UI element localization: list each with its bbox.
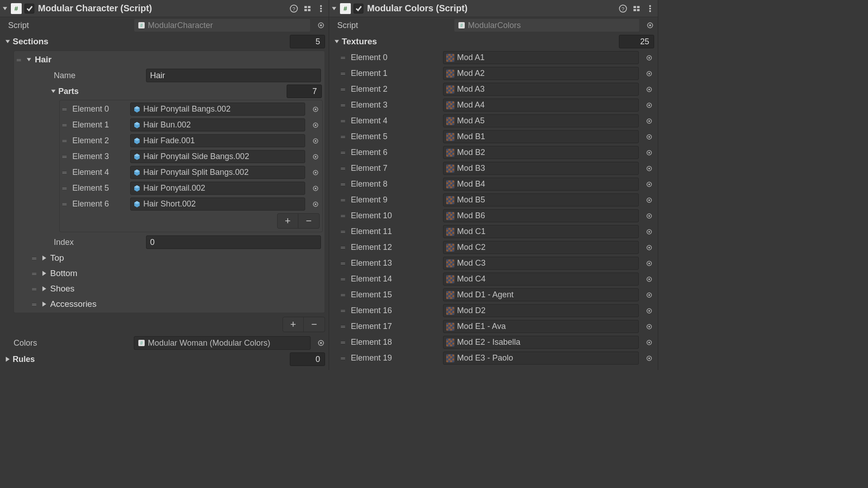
rules-count-field[interactable]: 0 bbox=[290, 352, 325, 366]
drag-handle-icon[interactable]: ═ bbox=[341, 117, 347, 124]
hair-foldout[interactable] bbox=[26, 56, 32, 63]
element-object-field[interactable]: Hair Ponytail.002 bbox=[130, 182, 305, 195]
section-foldout[interactable] bbox=[41, 255, 47, 261]
element-object-field[interactable]: Mod E2 - Isabella bbox=[443, 336, 639, 349]
object-picker-icon[interactable] bbox=[311, 153, 320, 161]
object-picker-icon[interactable] bbox=[317, 339, 325, 347]
element-object-field[interactable]: Mod A3 bbox=[443, 83, 639, 96]
hair-index-input[interactable]: 0 bbox=[146, 235, 321, 249]
object-picker-icon[interactable] bbox=[311, 169, 320, 177]
element-object-field[interactable]: Mod A2 bbox=[443, 67, 639, 80]
element-object-field[interactable]: Hair Ponytail Side Bangs.002 bbox=[130, 150, 305, 163]
element-object-field[interactable]: Mod B4 bbox=[443, 178, 639, 191]
sections-count-field[interactable]: 5 bbox=[290, 35, 325, 48]
parts-foldout[interactable] bbox=[50, 88, 57, 94]
drag-handle-icon[interactable]: ═ bbox=[341, 86, 347, 93]
object-picker-icon[interactable] bbox=[645, 149, 653, 157]
object-picker-icon[interactable] bbox=[645, 164, 653, 173]
element-object-field[interactable]: Mod C4 bbox=[443, 272, 639, 286]
drag-handle-icon[interactable]: ═ bbox=[62, 137, 69, 144]
element-object-field[interactable]: Mod B6 bbox=[443, 209, 639, 222]
object-picker-icon[interactable] bbox=[645, 196, 653, 204]
context-menu-icon[interactable] bbox=[317, 5, 325, 13]
drag-handle-icon[interactable]: ═ bbox=[341, 355, 347, 361]
context-menu-icon[interactable] bbox=[646, 5, 654, 13]
drag-handle-icon[interactable]: ═ bbox=[62, 169, 69, 176]
section-foldout[interactable] bbox=[41, 301, 47, 307]
drag-handle-icon[interactable]: ═ bbox=[341, 133, 347, 140]
help-icon[interactable]: ? bbox=[290, 5, 298, 13]
object-picker-icon[interactable] bbox=[645, 54, 653, 62]
drag-handle-icon[interactable]: ═ bbox=[62, 201, 69, 207]
object-picker-icon[interactable] bbox=[646, 21, 654, 29]
preset-icon[interactable] bbox=[632, 5, 641, 13]
object-picker-icon[interactable] bbox=[311, 137, 320, 145]
object-picker-icon[interactable] bbox=[645, 244, 653, 252]
object-picker-icon[interactable] bbox=[645, 228, 653, 236]
drag-handle-icon[interactable]: ═ bbox=[62, 122, 69, 128]
script-object-field[interactable]: # ModularColors bbox=[454, 19, 640, 32]
object-picker-icon[interactable] bbox=[645, 291, 653, 299]
element-object-field[interactable]: Mod E3 - Paolo bbox=[443, 352, 639, 365]
object-picker-icon[interactable] bbox=[645, 180, 653, 188]
element-object-field[interactable]: Mod B1 bbox=[443, 130, 639, 143]
drag-handle-icon[interactable]: ═ bbox=[341, 228, 347, 235]
object-picker-icon[interactable] bbox=[645, 323, 653, 331]
section-foldout[interactable] bbox=[41, 286, 47, 292]
element-object-field[interactable]: Mod C2 bbox=[443, 241, 639, 254]
drag-handle-icon[interactable]: ═ bbox=[341, 276, 347, 282]
drag-handle-icon[interactable]: ═ bbox=[341, 70, 347, 77]
hair-name-input[interactable]: Hair bbox=[146, 69, 321, 82]
parts-count-field[interactable]: 7 bbox=[287, 84, 322, 98]
element-object-field[interactable]: Hair Ponytail Split Bangs.002 bbox=[130, 166, 305, 179]
component-enabled-checkbox[interactable] bbox=[354, 4, 363, 14]
object-picker-icon[interactable] bbox=[645, 307, 653, 315]
drag-handle-icon[interactable]: ═ bbox=[341, 197, 347, 203]
drag-handle-icon[interactable]: ═ bbox=[32, 301, 38, 308]
element-object-field[interactable]: Mod D1 - Agent bbox=[443, 288, 639, 301]
help-icon[interactable]: ? bbox=[619, 5, 627, 13]
colors-object-field[interactable]: # Modular Woman (Modular Colors) bbox=[134, 336, 311, 350]
element-object-field[interactable]: Mod E1 - Ava bbox=[443, 320, 639, 333]
element-object-field[interactable]: Mod C1 bbox=[443, 225, 639, 238]
object-picker-icon[interactable] bbox=[311, 184, 320, 192]
object-picker-icon[interactable] bbox=[645, 117, 653, 125]
drag-handle-icon[interactable]: ═ bbox=[17, 56, 23, 63]
drag-handle-icon[interactable]: ═ bbox=[341, 181, 347, 188]
object-picker-icon[interactable] bbox=[645, 354, 653, 362]
object-picker-icon[interactable] bbox=[317, 21, 325, 29]
sections-add-button[interactable]: + bbox=[283, 317, 304, 332]
object-picker-icon[interactable] bbox=[645, 212, 653, 220]
drag-handle-icon[interactable]: ═ bbox=[341, 102, 347, 108]
object-picker-icon[interactable] bbox=[645, 133, 653, 141]
component-enabled-checkbox[interactable] bbox=[24, 4, 34, 14]
element-object-field[interactable]: Hair Fade.001 bbox=[130, 134, 305, 147]
drag-handle-icon[interactable]: ═ bbox=[62, 185, 69, 192]
drag-handle-icon[interactable]: ═ bbox=[341, 307, 347, 314]
object-picker-icon[interactable] bbox=[645, 101, 653, 109]
drag-handle-icon[interactable]: ═ bbox=[341, 291, 347, 298]
object-picker-icon[interactable] bbox=[645, 275, 653, 283]
parts-remove-button[interactable]: − bbox=[298, 214, 319, 228]
drag-handle-icon[interactable]: ═ bbox=[341, 323, 347, 330]
drag-handle-icon[interactable]: ═ bbox=[62, 153, 69, 160]
element-object-field[interactable]: Mod B2 bbox=[443, 146, 639, 159]
parts-add-button[interactable]: + bbox=[278, 214, 298, 228]
element-object-field[interactable]: Hair Short.002 bbox=[130, 197, 305, 211]
drag-handle-icon[interactable]: ═ bbox=[32, 286, 38, 292]
element-object-field[interactable]: Mod C3 bbox=[443, 257, 639, 270]
drag-handle-icon[interactable]: ═ bbox=[341, 260, 347, 267]
sections-foldout[interactable] bbox=[5, 38, 11, 45]
object-picker-icon[interactable] bbox=[645, 70, 653, 78]
drag-handle-icon[interactable]: ═ bbox=[341, 54, 347, 61]
object-picker-icon[interactable] bbox=[645, 259, 653, 267]
element-object-field[interactable]: Mod B5 bbox=[443, 193, 639, 206]
object-picker-icon[interactable] bbox=[645, 338, 653, 347]
element-object-field[interactable]: Mod A1 bbox=[443, 51, 639, 64]
element-object-field[interactable]: Mod A5 bbox=[443, 114, 639, 127]
object-picker-icon[interactable] bbox=[311, 105, 320, 113]
drag-handle-icon[interactable]: ═ bbox=[32, 270, 38, 277]
textures-foldout[interactable] bbox=[334, 38, 340, 45]
object-picker-icon[interactable] bbox=[311, 200, 320, 208]
element-object-field[interactable]: Mod D2 bbox=[443, 304, 639, 317]
